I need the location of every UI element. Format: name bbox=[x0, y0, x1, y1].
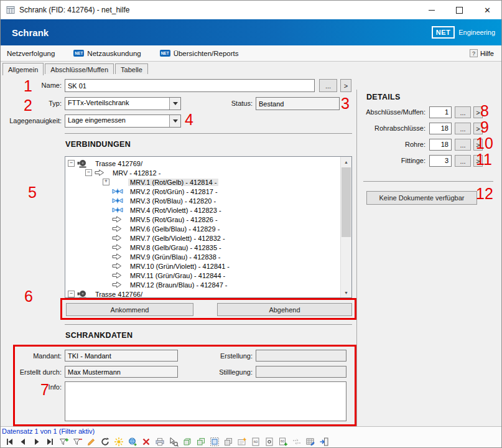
divider bbox=[65, 324, 352, 325]
tree-row[interactable]: MRV.4 (Rot/Violett) - 412823 - bbox=[65, 205, 341, 215]
print-icon[interactable] bbox=[154, 436, 165, 447]
close-icon: ✕ bbox=[484, 6, 491, 14]
sync-disabled-icon[interactable] bbox=[291, 436, 302, 447]
refresh-icon[interactable] bbox=[100, 436, 111, 447]
tree-row-label: MRV.8 (Gelb/Grau) - 412835 - bbox=[128, 244, 223, 251]
name-open-button[interactable]: > bbox=[340, 79, 351, 92]
details-browse-button[interactable]: ... bbox=[455, 139, 471, 151]
details-browse-button[interactable]: ... bbox=[455, 155, 471, 167]
tree-row[interactable]: −MRV - 412812 - bbox=[65, 168, 341, 177]
nav-last-icon[interactable] bbox=[45, 436, 56, 447]
svg-text:60: 60 bbox=[281, 439, 284, 443]
collapse-icon[interactable]: − bbox=[68, 160, 75, 167]
annotation-4: 4 bbox=[185, 111, 193, 128]
tree-row-label: MRV.7 (Gelb/Violett) - 412832 - bbox=[128, 235, 227, 242]
tree-row-label: MRV.11 (Grün/Grau) - 412844 - bbox=[128, 272, 227, 279]
tree-row[interactable]: MRV.5 (Rot/Grau) - 412826 - bbox=[65, 215, 341, 224]
collapse-icon[interactable]: − bbox=[68, 291, 75, 297]
arrow-icon bbox=[112, 235, 126, 241]
annotation-9: 9 bbox=[480, 119, 489, 135]
details-browse-button[interactable]: ... bbox=[455, 123, 471, 134]
lagegenauigkeit-select[interactable]: Lage eingemessen bbox=[65, 114, 181, 128]
globe-refresh-icon[interactable] bbox=[127, 436, 138, 447]
filter-add-icon[interactable] bbox=[58, 436, 70, 447]
chevron-down-icon[interactable] bbox=[169, 115, 180, 127]
documents-button[interactable]: Keine Dokumente verfügbar bbox=[366, 191, 477, 205]
exit-icon[interactable] bbox=[318, 436, 330, 447]
nav-first-icon[interactable] bbox=[4, 436, 15, 447]
tree-row[interactable]: MRV.2 (Rot/Grün) - 412817 - bbox=[65, 187, 341, 196]
arrow-icon bbox=[112, 244, 126, 251]
help-icon: ? bbox=[470, 49, 478, 57]
shape-group-icon[interactable] bbox=[195, 436, 207, 447]
edit-pencil-icon[interactable] bbox=[86, 436, 97, 447]
minimize-button[interactable] bbox=[417, 1, 445, 19]
tree-scrollbar[interactable]: ▲ ▼ bbox=[340, 157, 351, 297]
verbindungen-tree[interactable]: −Trasse 412769/−MRV - 412812 -+MRV.1 (Ro… bbox=[65, 156, 352, 298]
tree-row[interactable]: MRV.3 (Rot/Blau) - 412820 - bbox=[65, 196, 341, 205]
nav-next-icon[interactable] bbox=[31, 436, 42, 447]
expand-icon[interactable]: + bbox=[103, 179, 109, 185]
delete-icon[interactable] bbox=[141, 436, 152, 447]
tab-abschluesse-muffen[interactable]: Abschlüsse/Muffen bbox=[45, 63, 114, 75]
page-title: Schrank bbox=[12, 27, 432, 38]
details-row-label: Abschlüsse/Muffen: bbox=[358, 108, 425, 116]
trasse-icon bbox=[77, 290, 91, 298]
maximize-button[interactable] bbox=[445, 1, 473, 19]
scroll-down-icon[interactable]: ▼ bbox=[341, 287, 351, 297]
name-browse-button[interactable]: ... bbox=[319, 79, 337, 92]
scroll-up-icon[interactable]: ▲ bbox=[341, 157, 351, 167]
details-browse-button[interactable]: ... bbox=[455, 106, 471, 118]
help-button[interactable]: ? Hilfe bbox=[470, 49, 494, 57]
doc-preview-icon[interactable]: 60 bbox=[250, 436, 261, 447]
schrankdaten-title: SCHRANKDATEN bbox=[65, 331, 132, 340]
tree-row[interactable]: MRV.8 (Gelb/Grau) - 412835 - bbox=[65, 243, 341, 252]
menu-item-netzauskundung[interactable]: NET Netzauskundung bbox=[73, 50, 141, 57]
chevron-down-icon[interactable] bbox=[169, 98, 180, 110]
name-input[interactable]: SK 01 bbox=[65, 79, 315, 92]
collapse-icon[interactable]: − bbox=[85, 169, 92, 176]
annotation-2: 2 bbox=[24, 97, 32, 113]
tree-row-label: MRV.9 (Grün/Blau) - 412838 - bbox=[128, 253, 223, 261]
tree-row[interactable]: MRV.9 (Grün/Blau) - 412838 - bbox=[65, 252, 341, 261]
menu-item-uebersichten-reports[interactable]: NET Übersichten/Reports bbox=[160, 50, 239, 57]
table-edit-icon[interactable] bbox=[305, 436, 316, 447]
tree-row[interactable]: MRV.12 (Braun/Blau) - 412847 - bbox=[65, 280, 341, 289]
annotation-3: 3 bbox=[341, 95, 350, 111]
tab-tabelle[interactable]: Tabelle bbox=[115, 63, 148, 75]
tree-row-label: MRV - 412812 - bbox=[111, 169, 162, 177]
highlight-icon[interactable] bbox=[113, 436, 124, 447]
shape-copy-icon[interactable] bbox=[223, 436, 234, 447]
title-bar: Schrank (FID: 412764) - net_hilfe ✕ bbox=[1, 1, 501, 19]
tree-row[interactable]: MRV.10 (Grün/Violett) - 412841 - bbox=[65, 261, 341, 271]
tree-row[interactable]: +MRV.1 (Rot/Gelb) - 412814 - bbox=[65, 177, 341, 187]
doc-add-icon[interactable]: 60 bbox=[277, 436, 289, 447]
shape-select-icon[interactable] bbox=[209, 436, 220, 447]
tree-row[interactable]: MRV.7 (Gelb/Violett) - 412832 - bbox=[65, 233, 341, 243]
menubar: Netzverfolgung NET Netzauskundung NET Üb… bbox=[1, 45, 501, 62]
tree-row[interactable]: −Trasse 412766/ bbox=[65, 289, 341, 297]
annotation-6: 6 bbox=[24, 288, 33, 304]
tree-row[interactable]: MRV.6 (Gelb/Blau) - 412829 - bbox=[65, 224, 341, 233]
tab-allgemein[interactable]: Allgemein bbox=[2, 63, 44, 75]
close-button[interactable]: ✕ bbox=[473, 1, 501, 19]
filter-remove-icon[interactable] bbox=[72, 436, 83, 447]
scroll-thumb[interactable] bbox=[342, 167, 351, 237]
doc-record-icon[interactable] bbox=[264, 436, 275, 447]
arrow-icon bbox=[112, 263, 126, 269]
arrow-icon bbox=[112, 281, 126, 288]
net-badge-icon: NET bbox=[160, 50, 170, 57]
select-zoom-icon[interactable] bbox=[168, 436, 179, 447]
tree-row-label: MRV.1 (Rot/Gelb) - 412814 - bbox=[128, 179, 218, 186]
typ-select[interactable]: FTTx-Verteilschrank bbox=[65, 97, 181, 110]
nav-prev-icon[interactable] bbox=[17, 436, 29, 447]
tree-row-label: MRV.12 (Braun/Blau) - 412847 - bbox=[128, 281, 230, 289]
tree-row-label: MRV.2 (Rot/Grün) - 412817 - bbox=[128, 188, 220, 195]
menu-item-netzverfolgung[interactable]: Netzverfolgung bbox=[7, 50, 55, 57]
tree-row[interactable]: −Trasse 412769/ bbox=[65, 159, 341, 168]
svg-text:60: 60 bbox=[254, 440, 258, 444]
tree-row[interactable]: MRV.11 (Grün/Grau) - 412844 - bbox=[65, 271, 341, 280]
shape-icon[interactable] bbox=[182, 436, 193, 447]
verbindungen-title: VERBINDUNGEN bbox=[65, 140, 131, 149]
sheet-new-icon[interactable] bbox=[236, 436, 248, 447]
